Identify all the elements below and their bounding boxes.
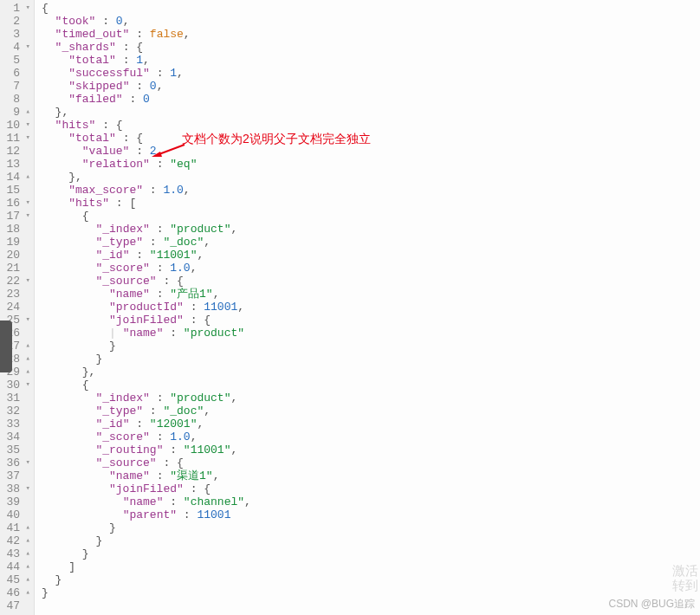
- line-number: 45▴: [0, 573, 30, 586]
- line-number: 11▾: [0, 132, 30, 145]
- fold-toggle-icon[interactable]: ▴: [22, 573, 30, 586]
- line-number: 15: [0, 184, 30, 197]
- svg-marker-1: [152, 152, 162, 157]
- code-line: },: [42, 171, 700, 184]
- fold-toggle-icon[interactable]: ▴: [22, 534, 30, 547]
- code-line: {: [42, 210, 700, 223]
- fold-toggle-icon[interactable]: ▴: [22, 366, 30, 379]
- line-number: 35: [0, 443, 30, 456]
- code-line: }: [42, 521, 700, 534]
- code-line: "_type" : "_doc",: [42, 405, 700, 418]
- fold-toggle-icon[interactable]: ▴: [22, 171, 30, 184]
- fold-toggle-icon[interactable]: ▴: [22, 560, 30, 573]
- code-line: "_shards" : {: [42, 41, 700, 54]
- fold-toggle-icon[interactable]: ▾: [22, 41, 30, 54]
- line-number: 40: [0, 508, 30, 521]
- code-line: ]: [42, 560, 700, 573]
- line-number: 43▴: [0, 547, 30, 560]
- line-number: 31: [0, 392, 30, 405]
- line-number: 42▴: [0, 534, 30, 547]
- code-line: "failed" : 0: [42, 93, 700, 106]
- fold-toggle-icon[interactable]: ▾: [22, 132, 30, 145]
- line-number: 24: [0, 301, 30, 314]
- line-number: 23: [0, 288, 30, 301]
- fold-toggle-icon[interactable]: ▾: [22, 482, 30, 495]
- line-number: 22▾: [0, 275, 30, 288]
- line-number: 16▾: [0, 197, 30, 210]
- line-number: 12: [0, 145, 30, 158]
- code-line: "_score" : 1.0,: [42, 430, 700, 443]
- activate-watermark: 激活 转到: [672, 564, 698, 592]
- fold-toggle-icon[interactable]: ▾: [22, 275, 30, 288]
- line-number: 17▾: [0, 210, 30, 223]
- fold-toggle-icon[interactable]: ▾: [22, 197, 30, 210]
- code-line: "productId" : 11001,: [42, 301, 700, 314]
- code-line: "_source" : {: [42, 456, 700, 469]
- code-line: "name" : "channel",: [42, 495, 700, 508]
- code-line: "parent" : 11001: [42, 508, 700, 521]
- code-line: "_index" : "product",: [42, 223, 700, 236]
- code-line: }: [42, 586, 700, 599]
- code-line: "total" : 1,: [42, 54, 700, 67]
- code-line: "max_score" : 1.0,: [42, 184, 700, 197]
- arrow-icon: [152, 143, 186, 159]
- line-number: 9▴: [0, 106, 30, 119]
- line-number: 41▴: [0, 521, 30, 534]
- fold-toggle-icon[interactable]: ▾: [22, 456, 30, 469]
- fold-toggle-icon[interactable]: ▾: [22, 379, 30, 392]
- code-line: "_index" : "product",: [42, 392, 700, 405]
- svg-line-0: [157, 145, 185, 155]
- code-line: },: [42, 366, 700, 379]
- line-number: 21: [0, 262, 30, 275]
- code-line: "skipped" : 0,: [42, 80, 700, 93]
- line-number: 44▴: [0, 560, 30, 573]
- code-line: "joinFiled" : {: [42, 482, 700, 495]
- code-line: },: [42, 106, 700, 119]
- line-number: 30▾: [0, 379, 30, 392]
- line-number: 5: [0, 54, 30, 67]
- line-number: 47: [0, 599, 30, 612]
- side-tab[interactable]: [0, 320, 12, 372]
- code-line: "took" : 0,: [42, 15, 700, 28]
- fold-toggle-icon[interactable]: ▾: [22, 210, 30, 223]
- code-line: [42, 599, 700, 612]
- code-line: | "name" : "product": [42, 327, 700, 340]
- fold-toggle-icon[interactable]: ▴: [22, 586, 30, 599]
- code-line: "_source" : {: [42, 275, 700, 288]
- line-number: 34: [0, 430, 30, 443]
- fold-toggle-icon[interactable]: ▴: [22, 547, 30, 560]
- code-line: "hits" : {: [42, 119, 700, 132]
- line-number: 39: [0, 495, 30, 508]
- fold-toggle-icon[interactable]: ▴: [22, 353, 30, 366]
- line-number: 19: [0, 236, 30, 249]
- code-line: "_score" : 1.0,: [42, 262, 700, 275]
- line-number: 10▾: [0, 119, 30, 132]
- line-number: 7: [0, 80, 30, 93]
- line-gutter: 1▾234▾56789▴10▾11▾121314▴1516▾17▾1819202…: [0, 0, 35, 615]
- line-number: 6: [0, 67, 30, 80]
- code-line: "timed_out" : false,: [42, 28, 700, 41]
- code-line: {: [42, 379, 700, 392]
- fold-toggle-icon[interactable]: ▴: [22, 521, 30, 534]
- code-line: "name" : "产品1",: [42, 288, 700, 301]
- code-area[interactable]: { "took" : 0, "timed_out" : false, "_sha…: [35, 0, 700, 615]
- line-number: 33: [0, 418, 30, 430]
- line-number: 37: [0, 469, 30, 482]
- fold-toggle-icon[interactable]: ▾: [22, 119, 30, 132]
- csdn-watermark: CSDN @BUG追踪: [608, 597, 695, 612]
- line-number: 1▾: [0, 2, 30, 15]
- code-line: "relation" : "eq": [42, 158, 700, 171]
- fold-toggle-icon[interactable]: ▴: [22, 340, 30, 353]
- line-number: 13: [0, 158, 30, 171]
- fold-toggle-icon[interactable]: ▾: [22, 2, 30, 15]
- line-number: 8: [0, 93, 30, 106]
- annotation-text: 文档个数为2说明父子文档完全独立: [182, 132, 371, 147]
- code-line: {: [42, 2, 700, 15]
- code-line: "value" : 2,: [42, 145, 700, 158]
- fold-toggle-icon[interactable]: ▾: [22, 314, 30, 327]
- code-line: }: [42, 353, 700, 366]
- code-line: "total" : {: [42, 132, 700, 145]
- code-line: "hits" : [: [42, 197, 700, 210]
- fold-toggle-icon[interactable]: ▴: [22, 106, 30, 119]
- line-number: 18: [0, 223, 30, 236]
